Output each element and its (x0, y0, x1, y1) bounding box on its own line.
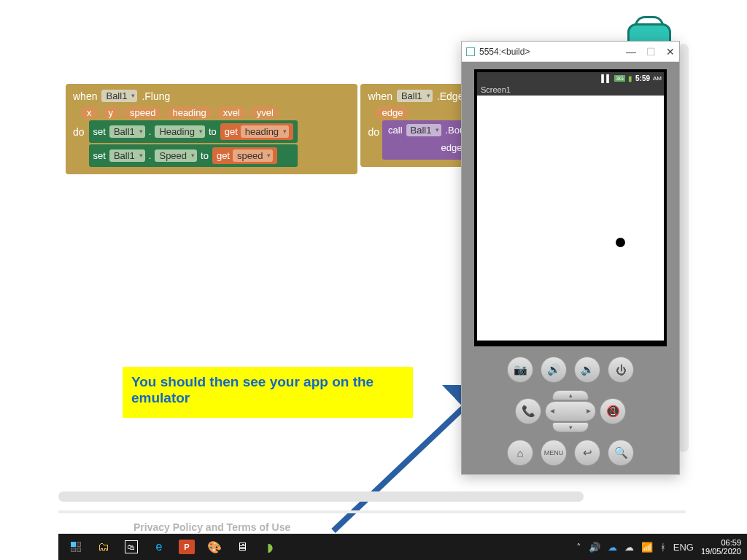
dpad-up[interactable]: ▴ (552, 390, 589, 400)
set-heading-block[interactable]: set Ball1 . Heading to get heading (89, 120, 298, 143)
arg-label: edge (441, 142, 462, 153)
end-call-button[interactable]: 📵 (600, 398, 626, 424)
clock-time: 5:59 (635, 74, 650, 82)
powerpoint-icon[interactable]: P (178, 538, 196, 556)
emulator-window[interactable]: 5554:<build> — ☐ ✕ ▌▌ 3G ▮ 5:59 AM Scree… (461, 41, 680, 475)
close-button[interactable]: ✕ (666, 46, 675, 58)
cloud-icon[interactable]: ☁ (624, 542, 634, 553)
app-canvas[interactable] (477, 96, 664, 341)
camera-button[interactable]: 📷 (507, 357, 533, 383)
param-edge: edge (375, 106, 409, 119)
call-button[interactable]: 📞 (515, 398, 541, 424)
wifi-icon[interactable]: 📶 (641, 542, 653, 553)
screen-title: Screen1 (477, 84, 664, 96)
status-bar: ▌▌ 3G ▮ 5:59 AM (477, 72, 664, 84)
taskbar[interactable]: 🗂 🛍 e P 🎨 🖥 ◗ ˄ 🔊 ☁ ☁ 📶 ᚼ ENG 06:59 19/0… (58, 534, 747, 560)
volume-down-button[interactable]: 🔉 (574, 357, 600, 383)
set-target-dropdown[interactable]: Ball1 (109, 149, 145, 162)
store-icon[interactable]: 🛍 (123, 538, 140, 556)
block-when-flung[interactable]: when Ball1 .Flung x y speed heading xvel… (66, 84, 357, 174)
signal-icon: ▌▌ (601, 74, 611, 82)
back-button[interactable]: ↩ (574, 440, 600, 466)
get-label: get (217, 150, 230, 161)
to-label: to (201, 150, 209, 161)
edge-icon[interactable]: e (150, 538, 168, 556)
emulator-screen[interactable]: ▌▌ 3G ▮ 5:59 AM Screen1 (474, 69, 667, 346)
minimize-button[interactable]: — (626, 46, 636, 58)
to-label: to (209, 126, 217, 137)
param-xvel: xvel (217, 106, 247, 119)
home-button[interactable]: ⌂ (507, 440, 533, 466)
volume-up-button[interactable]: 🔊 (541, 357, 567, 383)
when-label: when (368, 90, 392, 102)
set-prop-dropdown[interactable]: Speed (155, 149, 197, 162)
param-y: y (102, 106, 120, 119)
get-var-dropdown[interactable]: speed (233, 149, 273, 162)
paint-icon[interactable]: 🎨 (206, 538, 223, 556)
call-target-dropdown[interactable]: Ball1 (406, 124, 442, 136)
dpad-center[interactable] (545, 401, 596, 421)
language-indicator[interactable]: ENG (673, 542, 694, 553)
param-heading: heading (166, 106, 212, 119)
component-dropdown[interactable]: Ball1 (397, 90, 433, 102)
set-target-dropdown[interactable]: Ball1 (109, 125, 145, 138)
horizontal-scrollbar[interactable] (58, 491, 584, 502)
tray-chevron-icon[interactable]: ˄ (576, 542, 581, 553)
component-dropdown[interactable]: Ball1 (101, 90, 137, 102)
param-yvel: yvel (250, 106, 280, 119)
taskbar-clock[interactable]: 06:59 19/05/2020 (701, 538, 741, 556)
set-speed-block[interactable]: set Ball1 . Speed to get speed (89, 144, 298, 167)
instruction-note: You should then see your app on the emul… (123, 367, 413, 418)
footer-divider (58, 510, 686, 513)
do-label: do (73, 120, 85, 138)
clock-time: 06:59 (701, 538, 741, 547)
dpad-down[interactable]: ▾ (552, 422, 589, 432)
emulator-titlebar[interactable]: 5554:<build> — ☐ ✕ (462, 42, 679, 62)
vertical-scrollbar[interactable] (678, 44, 689, 452)
emulator-body: ▌▌ 3G ▮ 5:59 AM Screen1 📷 🔊 🔉 ⏻ 📞 ▴ ▾ (462, 62, 679, 474)
set-prop-dropdown[interactable]: Heading (155, 125, 204, 138)
event-label: .Flung (142, 90, 170, 102)
set-label: set (93, 126, 106, 137)
footer-link[interactable]: Privacy Policy and Terms of Use (133, 521, 290, 533)
power-button[interactable]: ⏻ (608, 357, 634, 383)
get-heading-block[interactable]: get heading (220, 123, 293, 140)
call-label: call (388, 125, 403, 136)
onedrive-icon[interactable]: ☁ (608, 542, 617, 553)
task-view-icon[interactable] (67, 538, 85, 556)
android-emulator-icon[interactable]: ◗ (261, 538, 279, 556)
when-label: when (73, 90, 97, 102)
search-button[interactable]: 🔍 (608, 440, 634, 466)
get-var-dropdown[interactable]: heading (241, 125, 289, 138)
do-label: do (368, 120, 379, 138)
bluetooth-icon[interactable]: ᚼ (660, 542, 666, 553)
maximize-button[interactable]: ☐ (646, 46, 656, 58)
emulator-title: 5554:<build> (479, 47, 626, 57)
battery-icon: ▮ (628, 74, 632, 82)
param-x: x (80, 106, 98, 119)
emulator-app-icon (466, 47, 475, 56)
network-icon: 3G (614, 75, 625, 82)
menu-button[interactable]: MENU (541, 440, 567, 466)
clock-ampm: AM (653, 75, 662, 82)
volume-icon[interactable]: 🔊 (589, 542, 600, 553)
app-icon-1[interactable]: 🖥 (233, 538, 251, 556)
get-speed-block[interactable]: get speed (212, 147, 278, 164)
get-label: get (225, 126, 238, 137)
file-explorer-icon[interactable]: 🗂 (95, 538, 112, 556)
param-speed: speed (123, 106, 162, 119)
ball-sprite[interactable] (616, 238, 625, 247)
clock-date: 19/05/2020 (701, 547, 741, 556)
set-label: set (93, 150, 106, 161)
